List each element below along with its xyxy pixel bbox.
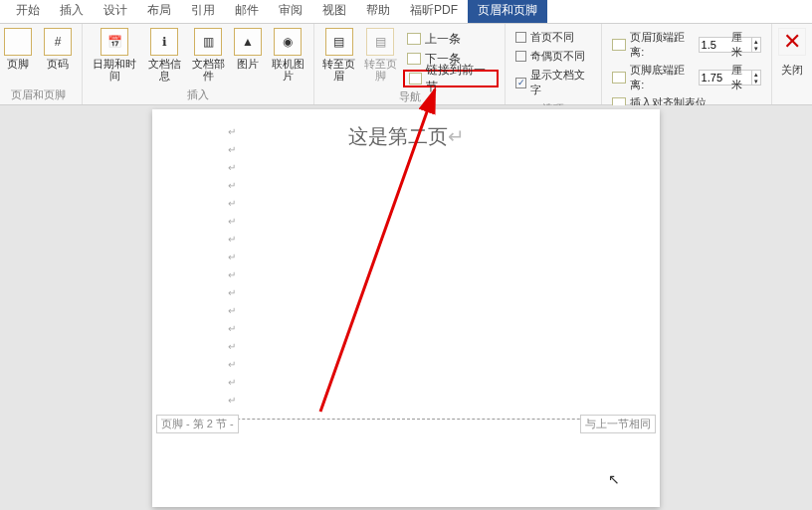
spin-up-icon[interactable]: ▴ <box>752 71 760 78</box>
page-number-icon: # <box>44 28 72 56</box>
tab-foxit-pdf[interactable]: 福昕PDF <box>400 0 468 23</box>
document-editor[interactable]: 这是第二页↵ ↵↵↵↵↵↵↵↵↵↵↵↵↵↵↵↵ 页脚 - 第 2 节 - 与上一… <box>0 105 812 510</box>
footer-distance-spinner[interactable]: 厘米 ▴▾ <box>699 70 761 85</box>
menu-tabbar: 开始 插入 设计 布局 引用 邮件 审阅 视图 帮助 福昕PDF 页眉和页脚 <box>0 0 812 24</box>
spin-down-icon[interactable]: ▾ <box>752 78 760 85</box>
unit-label: 厘米 <box>729 30 752 60</box>
picture-button[interactable]: ▲ 图片 <box>232 28 264 82</box>
group-close: ✕ 关闭 关闭 <box>772 24 812 104</box>
footer-distance-icon <box>612 72 626 84</box>
goto-footer-icon: ▤ <box>366 28 394 56</box>
tab-insert[interactable]: 插入 <box>50 0 94 23</box>
odd-even-different-checkbox[interactable]: 奇偶页不同 <box>515 49 591 64</box>
footer-section-label-right: 与上一节相同 <box>580 415 656 433</box>
unit-label: 厘米 <box>729 63 752 92</box>
page-number-button[interactable]: # 页码 <box>40 28 76 70</box>
tab-home[interactable]: 开始 <box>6 0 50 23</box>
link-icon <box>409 73 422 85</box>
footer-distance-input[interactable] <box>700 72 729 84</box>
footer-label: 页脚 <box>7 58 29 70</box>
footer-icon <box>4 28 32 56</box>
header-distance-label: 页眉顶端距离: <box>630 30 694 60</box>
header-distance-input[interactable] <box>700 39 729 51</box>
first-page-different-checkbox[interactable]: 首页不同 <box>515 30 591 45</box>
prev-label: 上一条 <box>425 31 461 48</box>
show-document-text-label: 显示文档文字 <box>530 68 592 97</box>
mouse-cursor-icon: ↖ <box>608 471 620 487</box>
group-label-hf: 页眉和页脚 <box>0 85 76 102</box>
goto-footer-label: 转至页脚 <box>362 58 400 82</box>
footer-distance-row: 页脚底端距离: 厘米 ▴▾ <box>612 63 761 92</box>
ribbon: 页脚 # 页码 页眉和页脚 📅 日期和时间 ℹ 文档信息 ▥ 文档部件 <box>0 24 812 105</box>
footer-section-label-left: 页脚 - 第 2 节 - <box>156 415 239 433</box>
datetime-button[interactable]: 📅 日期和时间 <box>89 28 140 82</box>
docinfo-label: 文档信息 <box>144 58 184 82</box>
footer-distance-label: 页脚底端距离: <box>630 63 694 92</box>
header-distance-row: 页眉顶端距离: 厘米 ▴▾ <box>612 30 761 60</box>
tab-layout[interactable]: 布局 <box>137 0 181 23</box>
tab-design[interactable]: 设计 <box>94 0 137 23</box>
goto-footer-button[interactable]: ▤ 转至页脚 <box>362 28 400 87</box>
online-picture-button[interactable]: ◉ 联机图片 <box>268 28 307 82</box>
close-icon[interactable]: ✕ <box>778 28 806 56</box>
online-picture-icon: ◉ <box>274 28 302 56</box>
tab-header-footer[interactable]: 页眉和页脚 <box>468 0 547 23</box>
spin-down-icon[interactable]: ▾ <box>752 45 760 52</box>
group-label-insert: 插入 <box>89 85 307 102</box>
docparts-label: 文档部件 <box>188 58 228 82</box>
datetime-label: 日期和时间 <box>89 58 140 82</box>
online-picture-label: 联机图片 <box>268 58 307 82</box>
checkbox-checked-icon: ✓ <box>515 78 525 88</box>
tab-help[interactable]: 帮助 <box>356 0 400 23</box>
group-insert: 📅 日期和时间 ℹ 文档信息 ▥ 文档部件 ▲ 图片 ◉ 联机图片 插入 <box>83 24 314 104</box>
checkbox-icon <box>515 32 526 43</box>
goto-header-button[interactable]: ▤ 转至页眉 <box>320 28 358 87</box>
prev-icon <box>407 33 421 45</box>
header-distance-icon <box>612 39 626 51</box>
document-page[interactable]: 这是第二页↵ ↵↵↵↵↵↵↵↵↵↵↵↵↵↵↵↵ 页脚 - 第 2 节 - 与上一… <box>152 109 660 507</box>
docparts-button[interactable]: ▥ 文档部件 <box>188 28 228 82</box>
page-number-label: 页码 <box>47 58 69 70</box>
calendar-icon: 📅 <box>101 28 128 56</box>
next-icon <box>407 53 421 65</box>
footer-boundary-line <box>182 419 630 420</box>
picture-label: 图片 <box>237 58 259 70</box>
tab-review[interactable]: 审阅 <box>269 0 312 23</box>
docinfo-icon: ℹ <box>150 28 178 56</box>
tab-references[interactable]: 引用 <box>181 0 225 23</box>
footer-button[interactable]: 页脚 <box>0 28 36 70</box>
tab-view[interactable]: 视图 <box>312 0 356 23</box>
group-header-footer: 页脚 # 页码 页眉和页脚 <box>0 24 83 104</box>
goto-header-icon: ▤ <box>325 28 353 56</box>
goto-header-label: 转至页眉 <box>320 58 358 82</box>
group-label-nav: 导航 <box>320 87 499 104</box>
docparts-icon: ▥ <box>194 28 222 56</box>
spin-up-icon[interactable]: ▴ <box>752 38 760 45</box>
group-options: 首页不同 奇偶页不同 ✓ 显示文档文字 选项 <box>506 24 602 104</box>
docinfo-button[interactable]: ℹ 文档信息 <box>144 28 184 82</box>
close-label: 关闭 <box>781 63 803 78</box>
prev-section-button[interactable]: 上一条 <box>403 30 499 48</box>
tab-mailings[interactable]: 邮件 <box>225 0 269 23</box>
show-document-text-checkbox[interactable]: ✓ 显示文档文字 <box>515 68 591 97</box>
odd-even-different-label: 奇偶页不同 <box>530 49 585 64</box>
first-page-different-label: 首页不同 <box>530 30 574 45</box>
link-to-previous-button[interactable]: 链接到前一节 <box>403 70 499 87</box>
checkbox-icon <box>515 51 526 62</box>
picture-icon: ▲ <box>234 28 262 56</box>
group-position: 页眉顶端距离: 厘米 ▴▾ 页脚底端距离: 厘米 ▴▾ 插入对齐制表位 <box>602 24 772 104</box>
header-distance-spinner[interactable]: 厘米 ▴▾ <box>699 37 761 53</box>
paragraph-marks: ↵↵↵↵↵↵↵↵↵↵↵↵↵↵↵↵ <box>228 123 236 410</box>
group-navigation: ▤ 转至页眉 ▤ 转至页脚 上一条 下一条 链接到前一节 <box>314 24 506 104</box>
